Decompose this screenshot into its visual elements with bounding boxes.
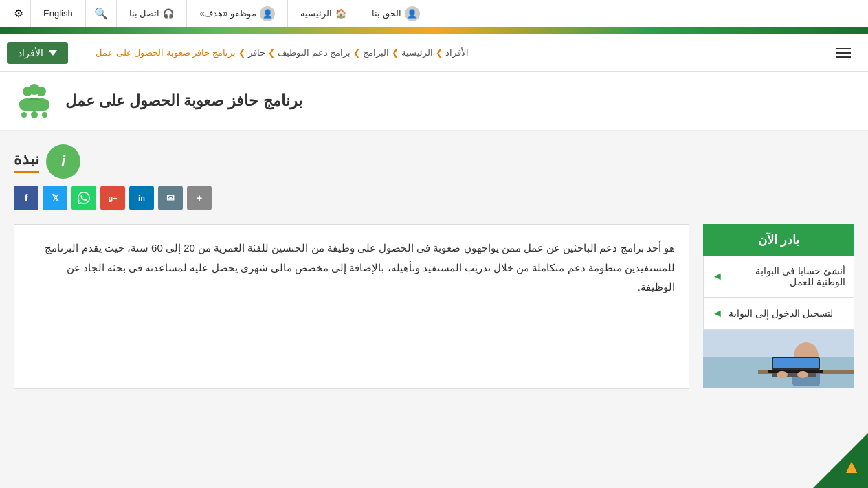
people-icon: [14, 80, 55, 122]
action-arrow-1: ◄: [712, 307, 723, 320]
second-nav-bar: الأفراد ❯ الرئيسية ❯ البرامج ❯ برامج دعم…: [0, 34, 868, 72]
contact-item[interactable]: 🎧 اتصل بنا: [117, 0, 188, 27]
section-header: i نبذة: [14, 144, 854, 179]
home-icon: 🏠: [335, 8, 346, 19]
breadcrumb: الأفراد ❯ الرئيسية ❯ البرامج ❯ برامج دعم…: [96, 47, 836, 58]
action-item-register[interactable]: أنشئ حسابا في البوابة الوطنية للعمل ◄: [703, 256, 854, 298]
content-paragraph: هو أحد برامج دعم الباحثين عن عمل ممن يوا…: [28, 239, 675, 298]
svg-point-7: [31, 111, 38, 118]
email-share-button[interactable]: ✉: [158, 186, 183, 210]
section-title: نبذة: [14, 151, 39, 173]
action-item-login[interactable]: لتسجيل الدخول إلى البوابة ◄: [703, 298, 854, 330]
linkedin-share-button[interactable]: in: [129, 186, 154, 210]
action-item-login-label: لتسجيل الدخول إلى البوابة: [728, 308, 833, 319]
page-header: برنامج حافز صعوبة الحصول على عمل: [0, 72, 868, 131]
search-button[interactable]: 🔍: [86, 0, 117, 27]
facebook-share-button[interactable]: f: [14, 186, 38, 210]
afrad-label: الأفراد: [18, 47, 43, 58]
afrad-button[interactable]: الأفراد: [7, 42, 68, 64]
breadcrumb-item-home[interactable]: الرئيسية: [401, 47, 433, 58]
svg-point-8: [21, 112, 27, 118]
svg-point-9: [42, 112, 47, 118]
english-item[interactable]: English: [31, 0, 86, 27]
triangle-down-icon: [49, 50, 57, 56]
contact-label: اتصل بنا: [129, 8, 160, 19]
info-circle: i: [46, 144, 80, 179]
hamburger-menu[interactable]: [836, 48, 851, 58]
join-icon: 👤: [405, 6, 420, 21]
breadcrumb-sep-4: ❯: [238, 48, 245, 58]
main-content: i نبذة f 𝕏 g+ in ✉ + بادر الآن أنشئ حساب…: [0, 131, 868, 403]
breadcrumb-item-support[interactable]: برامج دعم التوظيف: [278, 47, 350, 58]
action-image-svg: [703, 330, 854, 388]
content-column: هو أحد برامج دعم الباحثين عن عمل ممن يوا…: [14, 224, 689, 389]
breadcrumb-item-programs[interactable]: البرامج: [363, 47, 389, 58]
page-title: برنامج حافز صعوبة الحصول على عمل: [65, 92, 302, 110]
googleplus-share-button[interactable]: g+: [100, 186, 125, 210]
color-strip: [0, 27, 868, 34]
svg-rect-16: [773, 358, 819, 368]
svg-rect-17: [768, 370, 823, 373]
breadcrumb-sep-0: ❯: [436, 48, 443, 58]
breadcrumb-sep-2: ❯: [353, 48, 360, 58]
settings-button[interactable]: ⚙: [7, 0, 31, 27]
page-header-icon: [14, 80, 55, 122]
top-bar: 👤 الحق بنا 🏠 الرئيسية 👤 موظفو «هدف» 🎧 ات…: [0, 0, 868, 27]
employees-label: موظفو «هدف»: [199, 8, 256, 19]
breadcrumb-item-hafiz[interactable]: حافز: [248, 47, 265, 58]
breadcrumb-item-afrad[interactable]: الأفراد: [445, 47, 469, 58]
two-column-layout: بادر الآن أنشئ حسابا في البوابة الوطنية …: [14, 224, 854, 389]
svg-rect-6: [19, 100, 49, 111]
home-label: الرئيسية: [300, 8, 332, 19]
more-share-button[interactable]: +: [187, 186, 212, 210]
english-label: English: [43, 8, 73, 19]
gear-icon: ⚙: [14, 7, 23, 20]
contact-icon: 🎧: [163, 8, 174, 19]
search-icon: 🔍: [94, 7, 108, 20]
social-share-bar: f 𝕏 g+ in ✉ +: [14, 186, 854, 210]
action-item-register-label: أنشئ حسابا في البوابة الوطنية للعمل: [728, 265, 845, 287]
svg-point-20: [797, 371, 808, 378]
home-item[interactable]: 🏠 الرئيسية: [288, 0, 359, 27]
employees-icon: 👤: [260, 6, 275, 21]
action-box-header: بادر الآن: [703, 224, 854, 256]
join-us-item[interactable]: 👤 الحق بنا: [359, 0, 432, 27]
content-box: هو أحد برامج دعم الباحثين عن عمل ممن يوا…: [14, 224, 689, 389]
employees-item[interactable]: 👤 موظفو «هدف»: [187, 0, 288, 27]
svg-point-2: [29, 84, 40, 95]
breadcrumb-sep-1: ❯: [392, 48, 399, 58]
join-label: الحق بنا: [372, 8, 401, 19]
twitter-share-button[interactable]: 𝕏: [43, 186, 67, 210]
whatsapp-share-button[interactable]: [71, 186, 96, 210]
breadcrumb-sep-3: ❯: [268, 48, 275, 58]
action-image: [703, 330, 854, 388]
action-arrow-0: ◄: [712, 270, 723, 282]
svg-point-19: [777, 371, 788, 378]
breadcrumb-item-current: برنامج حافز صعوبة الحصول على عمل: [96, 47, 236, 58]
action-column: بادر الآن أنشئ حسابا في البوابة الوطنية …: [703, 224, 854, 389]
